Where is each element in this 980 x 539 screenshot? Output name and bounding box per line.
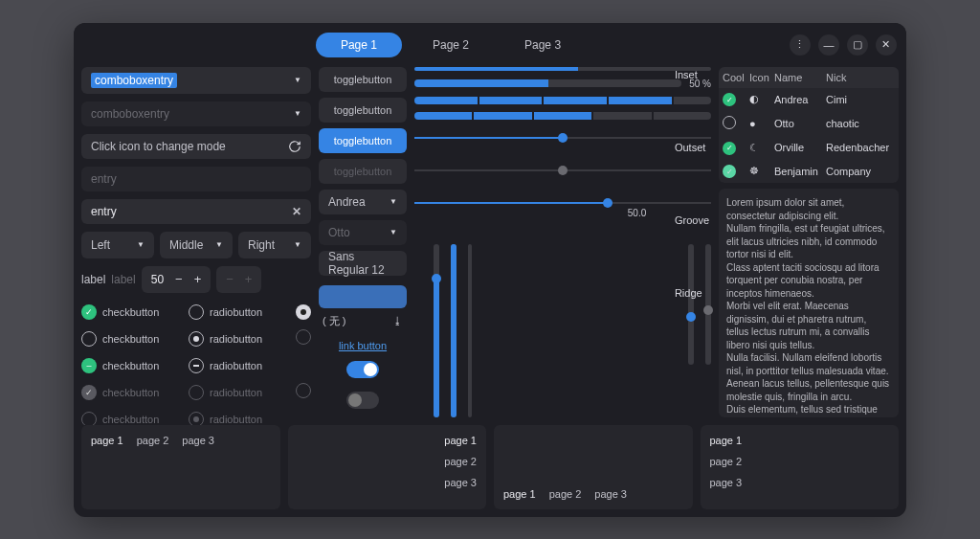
- menu-button[interactable]: ⋮: [790, 34, 811, 56]
- text-view[interactable]: Lorem ipsum dolor sit amet, consectetur …: [719, 189, 899, 417]
- table-header: Cool Icon Name Nick: [719, 67, 899, 88]
- minimize-button[interactable]: —: [818, 34, 839, 56]
- entry-placeholder[interactable]: entry: [81, 167, 311, 191]
- vslider-1[interactable]: [434, 244, 439, 417]
- maximize-button[interactable]: ▢: [847, 34, 868, 56]
- togglebutton-4-disabled: togglebutton: [319, 159, 407, 184]
- frame-inset: Inset: [675, 69, 709, 80]
- togglebutton-1[interactable]: togglebutton: [319, 67, 407, 92]
- slider-2-disabled: [414, 162, 711, 179]
- frame-groove: Groove: [675, 214, 709, 226]
- row-name: Benjamin: [770, 161, 822, 182]
- file-chooser[interactable]: ( 无 ) ⭳: [319, 314, 407, 328]
- nb2-tab-3[interactable]: page 3: [298, 477, 478, 488]
- nb3-tab-2[interactable]: page 2: [549, 488, 582, 500]
- radio-icon: [296, 383, 311, 398]
- checkbutton[interactable]: –checkbutton: [81, 358, 181, 373]
- cool-icon: ✓: [723, 142, 736, 155]
- table-row[interactable]: ● Otto chaotic: [719, 111, 899, 136]
- row-nick: chaotic: [822, 113, 899, 134]
- bottom-notebooks: page 1 page 2 page 3 page 1 page 2 page …: [74, 425, 906, 517]
- check-icon: [81, 412, 97, 425]
- row-nick: Redenbacher: [822, 137, 899, 158]
- link-button[interactable]: link button: [319, 340, 407, 351]
- checkbutton: checkbutton: [81, 412, 181, 425]
- togglebutton-2[interactable]: togglebutton: [319, 98, 407, 123]
- tab-page-2[interactable]: Page 2: [408, 33, 494, 57]
- switch-on[interactable]: [346, 361, 379, 378]
- refresh-icon[interactable]: [288, 140, 301, 153]
- header-tabs: Page 1 Page 2 Page 3: [316, 33, 586, 57]
- th-cool[interactable]: Cool: [719, 67, 746, 88]
- color-button[interactable]: [319, 285, 407, 308]
- th-name[interactable]: Name: [770, 67, 822, 88]
- nb3-tab-3[interactable]: page 3: [594, 488, 627, 500]
- font-button[interactable]: Sans Regular 12: [319, 251, 407, 276]
- file-label: ( 无 ): [323, 314, 345, 328]
- nb4-tab-2[interactable]: page 2: [710, 456, 890, 467]
- nb1-tab-2[interactable]: page 2: [137, 435, 169, 446]
- slider-3[interactable]: [414, 194, 711, 212]
- table-row[interactable]: ✓ ☸ Benjamin Company: [719, 160, 899, 184]
- radio-standalone[interactable]: [296, 329, 311, 348]
- tab-page-3[interactable]: Page 3: [500, 33, 586, 57]
- minus-icon[interactable]: −: [175, 272, 183, 286]
- label-a: label: [81, 273, 105, 286]
- row-nick: Cimi: [822, 89, 899, 110]
- combo-value: comboboxentry: [91, 73, 177, 88]
- plus-icon[interactable]: +: [194, 272, 202, 286]
- cool-icon: [723, 116, 736, 129]
- radio-standalone[interactable]: [296, 304, 311, 320]
- radiobutton[interactable]: radiobutton: [189, 358, 288, 373]
- combo-name-1[interactable]: Andrea▼: [319, 190, 407, 214]
- table-row[interactable]: ✓ ☾ Orville Redenbacher: [719, 136, 899, 160]
- row-name: Andrea: [770, 89, 822, 110]
- minus-icon: −: [226, 272, 234, 286]
- align-left[interactable]: Left▼: [81, 232, 154, 258]
- vslider-2[interactable]: [451, 244, 457, 417]
- entry-field[interactable]: entry ✕: [81, 199, 311, 224]
- spin-button-disabled: − +: [216, 266, 261, 293]
- spin-button[interactable]: 50 − +: [142, 266, 212, 293]
- nb2-tab-1[interactable]: page 1: [298, 435, 478, 446]
- th-icon[interactable]: Icon: [746, 67, 770, 88]
- radiobutton[interactable]: radiobutton: [189, 304, 288, 320]
- dropdown-icon: ▼: [390, 197, 397, 206]
- comboboxentry-selected[interactable]: comboboxentry ▼: [81, 67, 311, 94]
- spin-value: 50: [151, 273, 164, 286]
- nb2-tab-2[interactable]: page 2: [298, 456, 478, 467]
- app-window: Page 1 Page 2 Page 3 ⋮ — ▢ ✕ comboboxent…: [74, 23, 906, 517]
- checkbutton[interactable]: checkbutton: [81, 329, 181, 348]
- tab-page-1[interactable]: Page 1: [316, 33, 402, 57]
- close-button[interactable]: ✕: [876, 34, 897, 56]
- align-right[interactable]: Right▼: [238, 232, 311, 258]
- table-row[interactable]: ✓ ◐ Andrea Cimi: [719, 88, 899, 112]
- th-nick[interactable]: Nick: [822, 67, 899, 88]
- slider-1[interactable]: [414, 129, 711, 146]
- cool-icon: ✓: [723, 165, 736, 178]
- nb4-tab-1[interactable]: page 1: [710, 435, 890, 446]
- notebook-right-tabs: page 1 page 2 page 3: [288, 425, 487, 509]
- switch-off[interactable]: [346, 392, 379, 409]
- nb1-tab-1[interactable]: page 1: [91, 435, 123, 446]
- combo-value: comboboxentry: [91, 107, 169, 121]
- nb4-tab-3[interactable]: page 3: [710, 477, 890, 488]
- togglebutton-3-active[interactable]: togglebutton: [319, 128, 407, 153]
- radio-icon: [189, 331, 204, 347]
- download-icon: ⭳: [392, 315, 403, 326]
- mode-field[interactable]: Click icon to change mode: [81, 134, 311, 159]
- check-icon: [81, 331, 97, 347]
- radio-standalone: [296, 358, 311, 373]
- entry-value: entry: [91, 205, 117, 218]
- slider-value-label: 50.0: [628, 208, 646, 218]
- nb3-tab-1[interactable]: page 1: [503, 488, 536, 500]
- placeholder-text: entry: [91, 172, 117, 186]
- radiobutton[interactable]: radiobutton: [189, 329, 288, 348]
- nb1-tab-3[interactable]: page 3: [182, 435, 214, 446]
- checkbutton[interactable]: ✓checkbutton: [81, 304, 181, 320]
- row-icon: ☸: [746, 160, 770, 182]
- label-b: label: [111, 273, 135, 286]
- comboboxentry-disabled: comboboxentry ▼: [81, 101, 311, 126]
- align-middle[interactable]: Middle▼: [160, 232, 233, 258]
- clear-icon[interactable]: ✕: [292, 205, 301, 218]
